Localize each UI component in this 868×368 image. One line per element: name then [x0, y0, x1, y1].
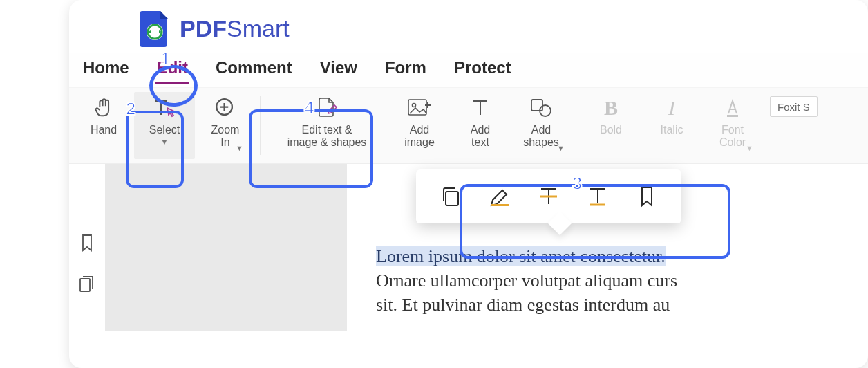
tool-zoom-in[interactable]: Zoom In ▼: [195, 92, 256, 159]
ribbon-divider: [576, 96, 576, 155]
add-image-icon: [407, 95, 432, 121]
annotation-number-4: 4: [304, 97, 314, 118]
italic-icon: I: [668, 95, 675, 121]
tool-italic[interactable]: I Italic: [641, 92, 702, 159]
text-line: Ornare ullamcorper volutpat aliquam curs: [376, 270, 677, 291]
annotation-box-3: [460, 184, 730, 259]
tab-home[interactable]: Home: [83, 58, 129, 77]
tool-hand-label: Hand: [91, 124, 117, 136]
annotation-number-1: 1: [160, 48, 170, 70]
hand-icon: [92, 95, 115, 121]
tool-italic-label: Italic: [661, 124, 683, 136]
annotation-box-4: [249, 109, 373, 188]
annotation-circle-1: [149, 65, 198, 107]
thumbnail-strip[interactable]: [105, 164, 347, 331]
tab-form[interactable]: Form: [385, 58, 426, 77]
svg-rect-8: [446, 192, 458, 205]
tool-font-color[interactable]: Font Color ▼: [702, 92, 763, 159]
tool-bold[interactable]: B Bold: [581, 92, 641, 159]
zoom-in-icon: [214, 95, 237, 121]
pages-panel-icon[interactable]: [78, 275, 96, 294]
tool-add-shapes-label: Add shapes: [523, 124, 559, 149]
svg-rect-4: [531, 100, 542, 111]
tab-protect[interactable]: Protect: [454, 58, 511, 77]
tool-add-text[interactable]: Add text: [450, 92, 511, 159]
tool-add-image[interactable]: Add image: [389, 92, 450, 159]
add-text-icon: [469, 95, 491, 121]
caret-down-icon: ▼: [557, 144, 565, 152]
caret-down-icon: ▼: [746, 144, 753, 152]
tab-comment[interactable]: Comment: [216, 58, 292, 77]
tool-add-text-label: Add text: [471, 124, 490, 149]
tool-bold-label: Bold: [600, 124, 622, 136]
bold-icon: B: [604, 95, 618, 121]
font-name-select[interactable]: Foxit S: [770, 96, 818, 117]
add-shapes-icon: [529, 95, 554, 121]
annotation-number-3: 3: [572, 173, 582, 194]
font-name-value: Foxit S: [777, 101, 810, 113]
svg-rect-7: [80, 279, 90, 291]
tool-add-shapes[interactable]: Add shapes ▼: [511, 92, 572, 159]
font-color-icon: [721, 95, 744, 121]
tool-add-image-label: Add image: [404, 124, 435, 149]
side-panel-icons: [69, 164, 105, 331]
brand-logo-icon: [138, 10, 171, 47]
bookmark-panel-icon[interactable]: [79, 233, 95, 252]
brand-title: PDFSmart: [180, 15, 290, 42]
annotation-box-2: [126, 111, 184, 188]
text-line: sit. Et pulvinar diam egestas interdum a…: [376, 295, 670, 315]
caret-down-icon: ▼: [236, 144, 243, 152]
tool-hand[interactable]: Hand: [73, 92, 134, 159]
svg-rect-6: [727, 115, 738, 117]
brand-row: PDFSmart: [69, 0, 868, 53]
tab-view[interactable]: View: [320, 58, 357, 77]
tool-font-color-label: Font Color: [719, 124, 746, 149]
svg-point-3: [413, 104, 416, 107]
annotation-number-2: 2: [126, 98, 135, 120]
